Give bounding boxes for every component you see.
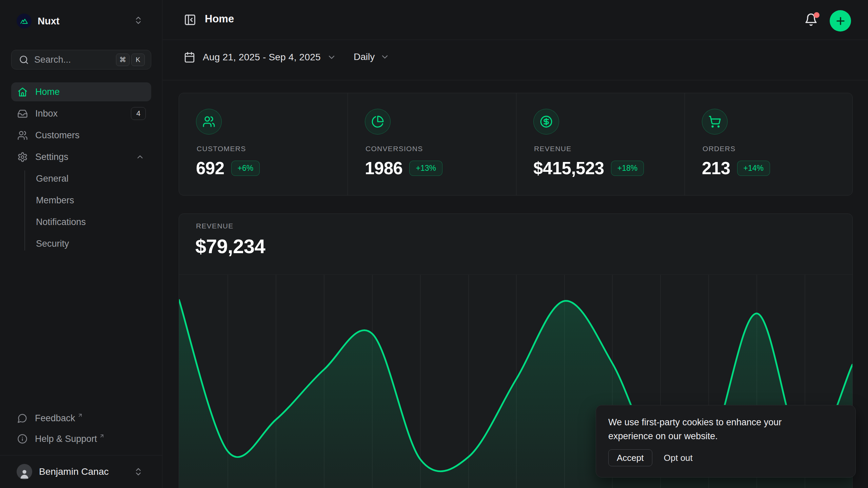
stat-label: ORDERS (703, 145, 736, 153)
notification-dot (814, 12, 820, 18)
cart-icon-circle (702, 109, 728, 135)
calendar-icon (184, 52, 195, 63)
sidebar-subitem-notifications[interactable]: Notifications (36, 212, 151, 231)
kbd-cmd: ⌘ (116, 54, 130, 66)
sidebar-item-inbox[interactable]: Inbox4 (11, 104, 151, 123)
cookie-actions: Accept Opt out (608, 449, 693, 466)
sidebar-subitem-general[interactable]: General (36, 169, 151, 188)
home-icon (17, 87, 28, 97)
message-icon (17, 413, 27, 423)
stats-cards: CUSTOMERS692+6%CONVERSIONS1986+13%REVENU… (179, 93, 853, 196)
sidebar-item-label: Settings (35, 152, 68, 162)
pie-icon (371, 115, 384, 128)
sidebar-item-label: Customers (35, 130, 80, 141)
search-input[interactable]: Search... ⌘ K (11, 50, 151, 69)
sidebar-item-settings[interactable]: Settings (11, 147, 151, 166)
cookie-message-line1: We use first-party cookies to enhance yo… (608, 415, 782, 429)
stat-label: REVENUE (534, 145, 572, 153)
avatar (17, 464, 32, 480)
external-link-icon (99, 433, 105, 439)
nuxt-logo (17, 14, 32, 28)
sidebar-item-help-support[interactable]: Help & Support (11, 429, 151, 448)
stat-delta-badge: +18% (611, 161, 644, 176)
sidebar-item-home[interactable]: Home (11, 82, 151, 101)
granularity-value: Daily (354, 52, 375, 62)
user-name: Benjamin Canac (39, 466, 108, 477)
date-range-picker[interactable]: Aug 21, 2025 - Sep 4, 2025 (184, 52, 336, 63)
panel-left-close-icon (184, 14, 196, 26)
revenue-card-label: REVENUE (196, 222, 234, 230)
person-icon (19, 468, 30, 480)
nuxt-mountains-icon (20, 17, 28, 25)
sidebar-subitem-security[interactable]: Security (36, 234, 151, 253)
chevron-down-icon (380, 52, 390, 62)
stat-card-conversions[interactable]: CONVERSIONS1986+13% (348, 93, 516, 195)
chevrons-up-down-icon (134, 16, 143, 26)
top-header (163, 0, 868, 40)
users-icon (17, 130, 28, 141)
stat-value: 213 (702, 158, 730, 178)
accept-cookies-button[interactable]: Accept (608, 449, 652, 466)
sidebar-item-label: Feedback (35, 413, 75, 424)
chevron-up-icon (136, 152, 144, 161)
users-icon-circle (196, 109, 222, 135)
date-range-value: Aug 21, 2025 - Sep 4, 2025 (203, 52, 321, 63)
cookie-message-line2: experience on our website. (608, 429, 782, 443)
stat-value: 1986 (365, 158, 402, 178)
dashboard-screen: Nuxt Search... ⌘ K HomeInbox4CustomersSe… (0, 0, 868, 488)
dollar-icon-circle (533, 109, 559, 135)
revenue-card-value: $79,234 (195, 235, 265, 258)
stat-delta-badge: +14% (737, 161, 770, 176)
stat-delta-badge: +6% (231, 161, 260, 176)
pie-icon-circle (365, 109, 391, 135)
stat-value: $415,523 (533, 158, 604, 178)
add-button[interactable] (830, 10, 851, 32)
user-menu[interactable]: Benjamin Canac (11, 461, 151, 483)
external-link-icon (77, 412, 83, 418)
search-placeholder: Search... (34, 55, 116, 65)
stat-delta-badge: +13% (409, 161, 442, 176)
sidebar: Nuxt Search... ⌘ K HomeInbox4CustomersSe… (0, 0, 162, 488)
optout-cookies-button[interactable]: Opt out (664, 453, 693, 463)
cookie-banner: We use first-party cookies to enhance yo… (596, 405, 856, 477)
stat-label: CUSTOMERS (197, 145, 246, 153)
chevrons-up-down-icon (134, 467, 143, 476)
sidebar-divider (0, 455, 162, 455)
granularity-select[interactable]: Daily (354, 52, 390, 62)
workspace-switcher[interactable]: Nuxt (11, 10, 151, 32)
sidebar-subitem-members[interactable]: Members (36, 191, 151, 210)
settings-icon (17, 152, 28, 162)
stat-label: CONVERSIONS (366, 145, 423, 153)
page-title: Home (205, 13, 234, 25)
cart-icon (708, 115, 721, 128)
kbd-k: K (131, 54, 145, 66)
stat-card-customers[interactable]: CUSTOMERS692+6% (179, 93, 348, 195)
sidebar-item-feedback[interactable]: Feedback (11, 409, 151, 428)
dollar-icon (540, 115, 553, 128)
cookie-message: We use first-party cookies to enhance yo… (608, 415, 782, 443)
sidebar-item-customers[interactable]: Customers (11, 126, 151, 145)
inbox-icon (17, 108, 28, 119)
subnav-rail (24, 170, 25, 250)
stat-card-orders[interactable]: ORDERS213+14% (685, 93, 853, 195)
sidebar-item-label: Home (35, 87, 60, 97)
notifications-button[interactable] (804, 13, 819, 28)
sidebar-item-label: Inbox (35, 108, 58, 119)
users-icon (202, 115, 215, 128)
inbox-count-badge: 4 (131, 107, 146, 120)
workspace-name: Nuxt (38, 16, 59, 27)
sidebar-item-label: Help & Support (35, 434, 97, 444)
plus-icon (835, 15, 846, 27)
info-icon (17, 434, 27, 444)
collapse-sidebar-button[interactable] (184, 14, 197, 27)
stat-value: 692 (196, 158, 224, 178)
stat-card-revenue[interactable]: REVENUE$415,523+18% (516, 93, 685, 195)
chevron-down-icon (327, 53, 336, 62)
search-icon (19, 55, 29, 65)
